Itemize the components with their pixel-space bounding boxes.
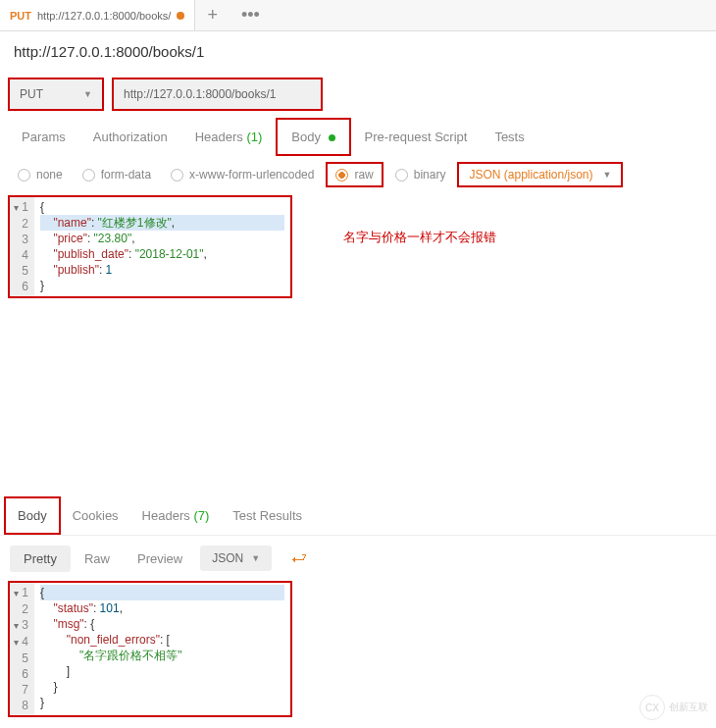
tab-prerequest[interactable]: Pre-request Script	[351, 120, 482, 154]
radio-icon	[335, 169, 348, 182]
tab-headers-label: Headers	[195, 130, 243, 144]
body-type-formdata[interactable]: form-data	[75, 164, 159, 185]
tab-tests[interactable]: Tests	[481, 120, 537, 154]
wrap-toggle-button[interactable]: ⮐	[281, 544, 317, 573]
format-pretty-button[interactable]: Pretty	[10, 546, 71, 572]
tab-body-label: Body	[291, 130, 321, 144]
watermark-logo-icon: CX	[639, 695, 665, 720]
radio-icon	[82, 169, 95, 182]
editor-gutter: ▾ 1 2 3 4 5 6	[10, 197, 34, 296]
content-type-select[interactable]: JSON (application/json) ▼	[457, 162, 623, 187]
request-name: http://127.0.0.1:8000/books/1	[0, 31, 716, 72]
editor-gutter: ▾ 1 2 ▾ 3 ▾ 4 5 6 7 8	[10, 583, 34, 715]
response-headers-count-badge: (7)	[193, 508, 209, 523]
chevron-down-icon: ▼	[251, 553, 260, 563]
url-input[interactable]: http://127.0.0.1:8000/books/1	[112, 78, 323, 111]
wrap-icon: ⮐	[291, 549, 307, 566]
tab-headers[interactable]: Headers (1)	[181, 120, 277, 154]
format-raw-button[interactable]: Raw	[71, 546, 124, 572]
content-type-value: JSON (application/json)	[469, 168, 592, 182]
editor-code: { "status": 101, "msg": { "non_field_err…	[34, 583, 290, 715]
tab-more-button[interactable]: •••	[230, 5, 272, 26]
response-tab-headers[interactable]: Headers (7)	[130, 498, 222, 533]
request-tab[interactable]: PUT http://127.0.0.1:8000/books/	[0, 0, 195, 30]
chevron-down-icon: ▼	[83, 89, 92, 99]
chevron-down-icon: ▼	[603, 170, 612, 180]
format-lang-select[interactable]: JSON ▼	[200, 546, 272, 571]
method-select[interactable]: PUT ▼	[8, 78, 104, 111]
body-type-binary[interactable]: binary	[387, 164, 454, 185]
format-preview-button[interactable]: Preview	[124, 546, 196, 572]
tab-authorization[interactable]: Authorization	[79, 120, 181, 154]
radio-icon	[171, 169, 183, 182]
tab-body[interactable]: Body	[276, 118, 350, 156]
editor-code[interactable]: { "name": "红楼梦1修改", "price": "23.80", "p…	[34, 197, 290, 296]
response-tab-cookies[interactable]: Cookies	[61, 498, 130, 533]
watermark: CX 创新互联	[639, 695, 708, 720]
response-tab-body[interactable]: Body	[4, 496, 61, 535]
tab-method: PUT	[10, 10, 31, 22]
request-body-editor[interactable]: ▾ 1 2 3 4 5 6 { "name": "红楼梦1修改", "price…	[8, 195, 292, 298]
response-body-editor[interactable]: ▾ 1 2 ▾ 3 ▾ 4 5 6 7 8 { "status": 101, "…	[8, 581, 292, 717]
body-type-none[interactable]: none	[10, 164, 71, 185]
url-value: http://127.0.0.1:8000/books/1	[124, 87, 276, 101]
method-value: PUT	[20, 87, 43, 101]
body-dot-icon	[329, 134, 335, 141]
dirty-dot-icon	[177, 12, 184, 20]
tab-params[interactable]: Params	[8, 120, 79, 154]
body-type-urlencoded[interactable]: x-www-form-urlencoded	[163, 164, 322, 185]
response-tab-tests[interactable]: Test Results	[221, 498, 314, 533]
tab-url: http://127.0.0.1:8000/books/	[37, 10, 171, 22]
annotation-text: 名字与价格一样才不会报错	[343, 229, 496, 246]
watermark-text: 创新互联	[669, 701, 708, 714]
new-tab-button[interactable]: +	[195, 5, 230, 26]
radio-icon	[395, 169, 408, 182]
body-type-raw[interactable]: raw	[326, 162, 383, 187]
radio-icon	[18, 169, 30, 182]
headers-count-badge: (1)	[246, 130, 262, 144]
